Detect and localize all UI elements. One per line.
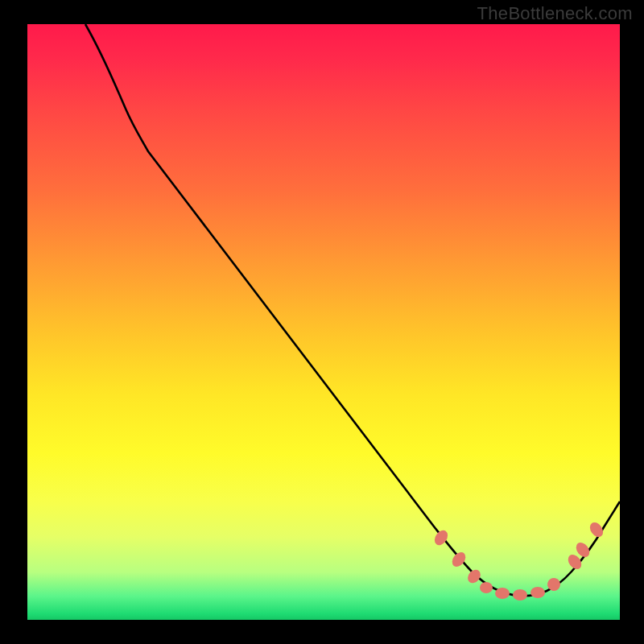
- svg-point-4: [495, 588, 510, 599]
- svg-point-2: [465, 568, 483, 586]
- svg-point-5: [513, 589, 527, 601]
- watermark-text: TheBottleneck.com: [477, 3, 633, 24]
- bottleneck-curve: [85, 24, 620, 596]
- svg-point-3: [480, 582, 493, 593]
- svg-point-6: [530, 587, 545, 598]
- chart-svg: [27, 24, 620, 620]
- svg-point-1: [449, 550, 468, 569]
- valley-markers: [432, 520, 606, 601]
